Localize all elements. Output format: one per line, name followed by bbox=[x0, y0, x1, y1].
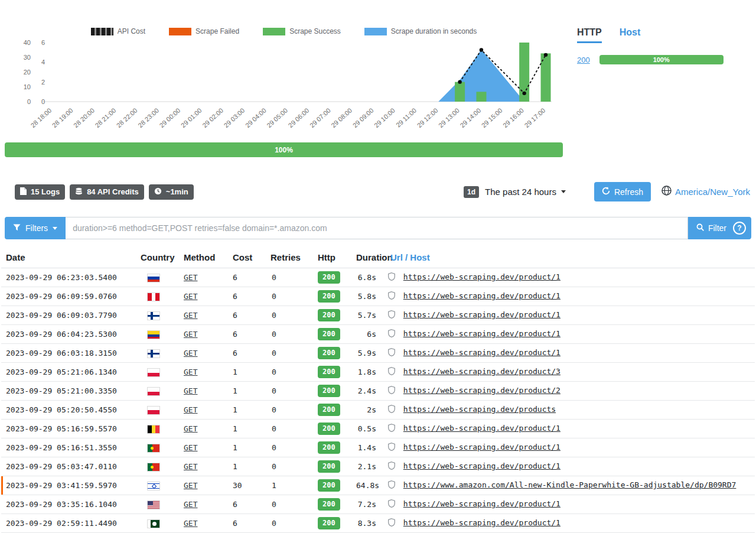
legend-swatch bbox=[91, 28, 113, 35]
table-row[interactable]: 2023-09-29 06:04:23.5300 GET 6 0 200 6s … bbox=[1, 325, 755, 344]
svg-text:10: 10 bbox=[24, 83, 31, 90]
filters-button-label: Filters bbox=[25, 223, 48, 233]
shield-icon bbox=[388, 443, 395, 453]
legend-item[interactable]: Scrape Failed bbox=[169, 27, 239, 35]
log-retries: 0 bbox=[266, 344, 313, 363]
filters-dropdown-button[interactable]: Filters bbox=[5, 217, 66, 239]
svg-text:29 11:00: 29 11:00 bbox=[395, 107, 418, 129]
log-url-link[interactable]: https://web-scraping.dev/product/1 bbox=[403, 272, 561, 281]
legend-item[interactable]: Scrape duration in seconds bbox=[364, 27, 477, 35]
svg-text:29 13:00: 29 13:00 bbox=[437, 107, 461, 129]
log-url-link[interactable]: https://web-scraping.dev/product/1 bbox=[403, 462, 561, 470]
svg-text:6: 6 bbox=[41, 39, 45, 46]
table-row[interactable]: 2023-09-29 06:03:18.3150 GET 6 0 200 5.9… bbox=[1, 344, 755, 363]
log-retries: 0 bbox=[266, 268, 313, 287]
log-url-link[interactable]: https://web-scraping.dev/product/1 bbox=[403, 424, 561, 433]
log-http-status: 200 bbox=[313, 325, 351, 344]
logs-table: Date Country Method Cost Retries Http Du… bbox=[1, 248, 755, 533]
log-method: GET bbox=[179, 306, 228, 325]
table-row[interactable]: 2023-09-29 05:16:59.5570 GET 1 0 200 0.5… bbox=[1, 420, 755, 438]
log-url-link[interactable]: https://web-scraping.dev/product/3 bbox=[403, 367, 561, 376]
shield-icon bbox=[388, 386, 395, 396]
log-date: 2023-09-29 06:03:18.3150 bbox=[1, 344, 136, 363]
log-date: 2023-09-29 05:16:51.3550 bbox=[1, 438, 136, 457]
log-date: 2023-09-29 06:09:59.0760 bbox=[1, 287, 136, 306]
time-range-dropdown[interactable]: The past 24 hours bbox=[485, 187, 566, 197]
chevron-down-icon bbox=[561, 190, 566, 193]
log-url-cell: https://web-scraping.dev/product/1 bbox=[386, 457, 755, 476]
table-row[interactable]: 2023-09-29 03:41:59.5970 GET 30 1 200 64… bbox=[1, 476, 755, 495]
log-url-link[interactable]: https://web-scraping.dev/product/1 bbox=[403, 518, 561, 527]
log-method: GET bbox=[179, 344, 228, 363]
table-row[interactable]: 2023-09-29 05:21:06.1340 GET 1 0 200 1.8… bbox=[1, 363, 755, 382]
log-country bbox=[136, 495, 179, 514]
log-country bbox=[136, 382, 179, 401]
log-url-cell: https://web-scraping.dev/product/3 bbox=[386, 363, 755, 382]
log-cost: 6 bbox=[228, 306, 266, 325]
log-cost: 1 bbox=[228, 382, 266, 401]
legend-item[interactable]: Scrape Success bbox=[263, 27, 341, 35]
log-date: 2023-09-29 03:35:16.1040 bbox=[1, 495, 136, 514]
help-button[interactable]: ? bbox=[733, 222, 746, 235]
legend-label: API Cost bbox=[118, 27, 145, 35]
col-header-url-host[interactable]: Url / Host bbox=[386, 248, 755, 268]
svg-text:29 09:00: 29 09:00 bbox=[351, 107, 375, 129]
log-url-link[interactable]: https://web-scraping.dev/products bbox=[403, 405, 556, 414]
tab-host[interactable]: Host bbox=[620, 27, 641, 43]
http-code-bar: 100% bbox=[599, 55, 724, 64]
http-host-panel: HTTP Host 200 100% bbox=[563, 5, 751, 157]
log-url-link[interactable]: https://web-scraping.dev/product/2 bbox=[403, 386, 561, 395]
log-date: 2023-09-29 05:21:00.3350 bbox=[1, 382, 136, 401]
legend-item[interactable]: API Cost bbox=[91, 27, 145, 35]
svg-text:29 02:00: 29 02:00 bbox=[201, 107, 224, 129]
log-country bbox=[136, 306, 179, 325]
globe-icon bbox=[662, 186, 672, 198]
filter-query-input[interactable] bbox=[66, 217, 688, 239]
table-row[interactable]: 2023-09-29 05:16:51.3550 GET 1 0 200 1.4… bbox=[1, 438, 755, 457]
http-code-percent: 100% bbox=[653, 56, 670, 63]
refresh-button[interactable]: Refresh bbox=[594, 182, 651, 202]
log-url-cell: https://www.amazon.com/All-new-Kindle-Pa… bbox=[386, 476, 755, 495]
log-date: 2023-09-29 05:20:50.4550 bbox=[1, 401, 136, 420]
log-url-link[interactable]: https://www.amazon.com/All-new-Kindle-Pa… bbox=[403, 480, 737, 489]
http-status-badge: 200 bbox=[318, 309, 340, 321]
log-cost: 1 bbox=[228, 457, 266, 476]
table-row[interactable]: 2023-09-29 06:23:03.5400 GET 6 0 200 6.8… bbox=[1, 268, 755, 287]
table-row[interactable]: 2023-09-29 05:03:47.0110 GET 1 0 200 2.1… bbox=[1, 457, 755, 476]
log-duration: 6s bbox=[351, 325, 386, 344]
log-retries: 0 bbox=[266, 363, 313, 382]
log-url-cell: https://web-scraping.dev/product/1 bbox=[386, 306, 755, 325]
tab-http[interactable]: HTTP bbox=[577, 27, 602, 43]
svg-text:28 19:00: 28 19:00 bbox=[51, 107, 74, 129]
log-url-link[interactable]: https://web-scraping.dev/product/1 bbox=[403, 443, 561, 451]
svg-text:0: 0 bbox=[27, 98, 31, 105]
filter-submit-button[interactable]: Filter bbox=[696, 223, 726, 233]
log-url-link[interactable]: https://web-scraping.dev/product/1 bbox=[403, 329, 561, 338]
log-cost: 6 bbox=[228, 325, 266, 344]
table-row[interactable]: 2023-09-29 02:59:11.4490 GET 6 0 200 8.3… bbox=[1, 514, 755, 533]
success-rate-bar: 100% bbox=[5, 142, 563, 157]
log-duration: 5.9s bbox=[351, 344, 386, 363]
table-row[interactable]: 2023-09-29 06:09:59.0760 GET 6 0 200 5.8… bbox=[1, 287, 755, 306]
log-date: 2023-09-29 03:41:59.5970 bbox=[1, 476, 136, 495]
timezone-link[interactable]: America/New_York bbox=[675, 187, 750, 197]
log-url-link[interactable]: https://web-scraping.dev/product/1 bbox=[403, 348, 561, 357]
log-url-link[interactable]: https://web-scraping.dev/product/1 bbox=[403, 310, 561, 319]
col-header-country: Country bbox=[136, 248, 179, 268]
log-method: GET bbox=[179, 476, 228, 495]
http-status-badge: 200 bbox=[318, 347, 340, 359]
svg-text:28 23:00: 28 23:00 bbox=[136, 107, 160, 129]
log-country bbox=[136, 420, 179, 438]
table-row[interactable]: 2023-09-29 05:20:50.4550 GET 1 0 200 2s … bbox=[1, 401, 755, 420]
table-row[interactable]: 2023-09-29 06:09:03.7790 GET 6 0 200 5.7… bbox=[1, 306, 755, 325]
svg-text:28 20:00: 28 20:00 bbox=[72, 107, 96, 129]
logs-count-badge: 15 Logs bbox=[15, 184, 65, 200]
table-row[interactable]: 2023-09-29 05:21:00.3350 GET 1 0 200 2.4… bbox=[1, 382, 755, 401]
log-method: GET bbox=[179, 495, 228, 514]
log-url-link[interactable]: https://web-scraping.dev/product/1 bbox=[403, 291, 561, 300]
log-date: 2023-09-29 05:16:59.5570 bbox=[1, 420, 136, 438]
http-code-link[interactable]: 200 bbox=[577, 56, 590, 64]
table-row[interactable]: 2023-09-29 03:35:16.1040 GET 6 0 200 7.2… bbox=[1, 495, 755, 514]
log-url-link[interactable]: https://web-scraping.dev/product/1 bbox=[403, 499, 561, 508]
log-cost: 6 bbox=[228, 344, 266, 363]
